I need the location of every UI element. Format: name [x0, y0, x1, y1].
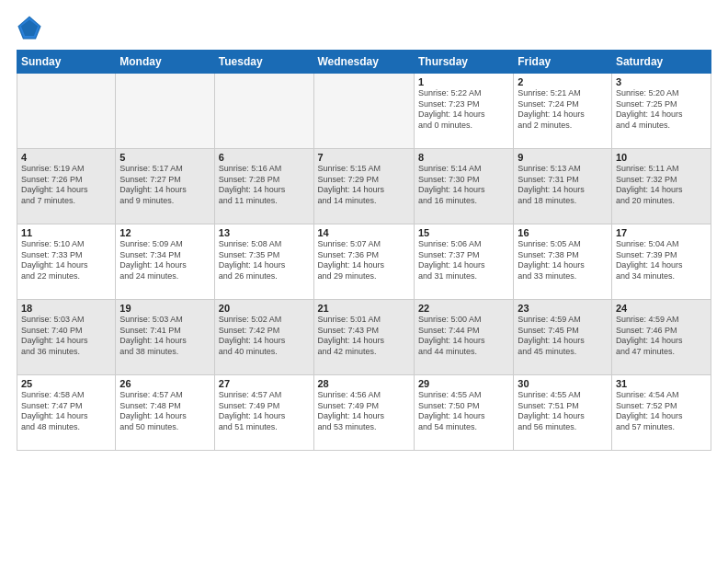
- calendar-day: 17Sunrise: 5:04 AM Sunset: 7:39 PM Dayli…: [611, 224, 711, 300]
- day-number: 20: [219, 303, 310, 314]
- calendar-week: 25Sunrise: 4:58 AM Sunset: 7:47 PM Dayli…: [17, 375, 711, 451]
- day-info: Sunrise: 5:03 AM Sunset: 7:40 PM Dayligh…: [21, 315, 111, 358]
- day-number: 15: [418, 227, 509, 238]
- day-number: 12: [119, 227, 210, 238]
- day-info: Sunrise: 5:14 AM Sunset: 7:30 PM Dayligh…: [418, 164, 509, 207]
- header-row: SundayMondayTuesdayWednesdayThursdayFrid…: [17, 51, 711, 74]
- calendar-day: [313, 74, 414, 149]
- calendar-day: 22Sunrise: 5:00 AM Sunset: 7:44 PM Dayli…: [414, 300, 513, 375]
- day-info: Sunrise: 5:21 AM Sunset: 7:24 PM Dayligh…: [518, 88, 608, 132]
- calendar-table: SundayMondayTuesdayWednesdayThursdayFrid…: [17, 50, 711, 451]
- calendar-day: 28Sunrise: 4:56 AM Sunset: 7:49 PM Dayli…: [313, 375, 414, 451]
- day-number: 22: [418, 303, 509, 314]
- day-number: 26: [119, 378, 210, 389]
- day-number: 2: [518, 76, 608, 87]
- calendar-day: 25Sunrise: 4:58 AM Sunset: 7:47 PM Dayli…: [17, 375, 116, 451]
- day-number: 29: [418, 378, 509, 389]
- header: [17, 15, 711, 40]
- calendar-day: 4Sunrise: 5:19 AM Sunset: 7:26 PM Daylig…: [17, 149, 116, 224]
- calendar-day: 23Sunrise: 4:59 AM Sunset: 7:45 PM Dayli…: [514, 300, 612, 375]
- day-number: 23: [518, 303, 608, 314]
- calendar-day: 14Sunrise: 5:07 AM Sunset: 7:36 PM Dayli…: [313, 224, 414, 300]
- calendar-day: 10Sunrise: 5:11 AM Sunset: 7:32 PM Dayli…: [611, 149, 711, 224]
- day-number: 13: [219, 227, 310, 238]
- logo: [17, 15, 46, 40]
- day-info: Sunrise: 4:59 AM Sunset: 7:45 PM Dayligh…: [518, 315, 608, 358]
- day-info: Sunrise: 5:03 AM Sunset: 7:41 PM Dayligh…: [119, 315, 210, 358]
- day-info: Sunrise: 5:01 AM Sunset: 7:43 PM Dayligh…: [318, 315, 410, 358]
- day-number: 28: [318, 378, 410, 389]
- day-info: Sunrise: 5:13 AM Sunset: 7:31 PM Dayligh…: [518, 164, 608, 207]
- day-number: 4: [21, 152, 111, 163]
- day-info: Sunrise: 5:07 AM Sunset: 7:36 PM Dayligh…: [318, 239, 410, 282]
- calendar-day: 29Sunrise: 4:55 AM Sunset: 7:50 PM Dayli…: [414, 375, 513, 451]
- calendar-day: 16Sunrise: 5:05 AM Sunset: 7:38 PM Dayli…: [514, 224, 612, 300]
- calendar-day: 5Sunrise: 5:17 AM Sunset: 7:27 PM Daylig…: [116, 149, 214, 224]
- day-info: Sunrise: 4:55 AM Sunset: 7:50 PM Dayligh…: [418, 390, 509, 433]
- day-number: 14: [318, 227, 410, 238]
- day-number: 6: [219, 152, 310, 163]
- header-day: Wednesday: [313, 51, 414, 74]
- calendar-day: [214, 74, 313, 149]
- calendar-day: 30Sunrise: 4:55 AM Sunset: 7:51 PM Dayli…: [514, 375, 612, 451]
- calendar-week: 18Sunrise: 5:03 AM Sunset: 7:40 PM Dayli…: [17, 300, 711, 375]
- day-number: 19: [119, 303, 210, 314]
- day-info: Sunrise: 5:06 AM Sunset: 7:37 PM Dayligh…: [418, 239, 509, 282]
- day-number: 10: [616, 152, 707, 163]
- day-info: Sunrise: 5:10 AM Sunset: 7:33 PM Dayligh…: [21, 239, 111, 282]
- calendar-day: 7Sunrise: 5:15 AM Sunset: 7:29 PM Daylig…: [313, 149, 414, 224]
- day-info: Sunrise: 5:05 AM Sunset: 7:38 PM Dayligh…: [518, 239, 608, 282]
- calendar-day: 26Sunrise: 4:57 AM Sunset: 7:48 PM Dayli…: [116, 375, 214, 451]
- day-info: Sunrise: 5:09 AM Sunset: 7:34 PM Dayligh…: [119, 239, 210, 282]
- day-info: Sunrise: 5:08 AM Sunset: 7:35 PM Dayligh…: [219, 239, 310, 282]
- day-number: 16: [518, 227, 608, 238]
- day-info: Sunrise: 4:54 AM Sunset: 7:52 PM Dayligh…: [616, 390, 707, 433]
- calendar-day: 21Sunrise: 5:01 AM Sunset: 7:43 PM Dayli…: [313, 300, 414, 375]
- day-info: Sunrise: 4:58 AM Sunset: 7:47 PM Dayligh…: [21, 390, 111, 433]
- page: SundayMondayTuesdayWednesdayThursdayFrid…: [0, 0, 728, 563]
- calendar-day: 18Sunrise: 5:03 AM Sunset: 7:40 PM Dayli…: [17, 300, 116, 375]
- day-number: 25: [21, 378, 111, 389]
- header-day: Saturday: [611, 51, 711, 74]
- calendar-day: 24Sunrise: 4:59 AM Sunset: 7:46 PM Dayli…: [611, 300, 711, 375]
- day-info: Sunrise: 5:17 AM Sunset: 7:27 PM Dayligh…: [119, 164, 210, 207]
- day-number: 7: [318, 152, 410, 163]
- header-day: Friday: [514, 51, 612, 74]
- header-day: Thursday: [414, 51, 513, 74]
- day-info: Sunrise: 4:57 AM Sunset: 7:49 PM Dayligh…: [219, 390, 310, 433]
- header-day: Monday: [116, 51, 214, 74]
- calendar-day: 19Sunrise: 5:03 AM Sunset: 7:41 PM Dayli…: [116, 300, 214, 375]
- calendar-day: [116, 74, 214, 149]
- header-day: Sunday: [17, 51, 116, 74]
- day-info: Sunrise: 5:00 AM Sunset: 7:44 PM Dayligh…: [418, 315, 509, 358]
- calendar-day: 8Sunrise: 5:14 AM Sunset: 7:30 PM Daylig…: [414, 149, 513, 224]
- day-info: Sunrise: 5:11 AM Sunset: 7:32 PM Dayligh…: [616, 164, 707, 207]
- logo-icon: [17, 15, 42, 40]
- calendar-day: 6Sunrise: 5:16 AM Sunset: 7:28 PM Daylig…: [214, 149, 313, 224]
- calendar-day: [17, 74, 116, 149]
- day-number: 17: [616, 227, 707, 238]
- day-info: Sunrise: 5:15 AM Sunset: 7:29 PM Dayligh…: [318, 164, 410, 207]
- calendar-week: 11Sunrise: 5:10 AM Sunset: 7:33 PM Dayli…: [17, 224, 711, 300]
- calendar-day: 12Sunrise: 5:09 AM Sunset: 7:34 PM Dayli…: [116, 224, 214, 300]
- calendar-day: 11Sunrise: 5:10 AM Sunset: 7:33 PM Dayli…: [17, 224, 116, 300]
- calendar-week: 4Sunrise: 5:19 AM Sunset: 7:26 PM Daylig…: [17, 149, 711, 224]
- calendar-week: 1Sunrise: 5:22 AM Sunset: 7:23 PM Daylig…: [17, 74, 711, 149]
- day-info: Sunrise: 4:56 AM Sunset: 7:49 PM Dayligh…: [318, 390, 410, 433]
- calendar-day: 3Sunrise: 5:20 AM Sunset: 7:25 PM Daylig…: [611, 74, 711, 149]
- day-number: 1: [418, 76, 509, 87]
- day-info: Sunrise: 4:55 AM Sunset: 7:51 PM Dayligh…: [518, 390, 608, 433]
- calendar-day: 31Sunrise: 4:54 AM Sunset: 7:52 PM Dayli…: [611, 375, 711, 451]
- day-info: Sunrise: 5:16 AM Sunset: 7:28 PM Dayligh…: [219, 164, 310, 207]
- calendar-day: 1Sunrise: 5:22 AM Sunset: 7:23 PM Daylig…: [414, 74, 513, 149]
- day-number: 31: [616, 378, 707, 389]
- day-number: 9: [518, 152, 608, 163]
- day-number: 27: [219, 378, 310, 389]
- day-number: 5: [119, 152, 210, 163]
- day-info: Sunrise: 5:22 AM Sunset: 7:23 PM Dayligh…: [418, 88, 509, 132]
- day-info: Sunrise: 5:20 AM Sunset: 7:25 PM Dayligh…: [616, 88, 707, 132]
- calendar-day: 2Sunrise: 5:21 AM Sunset: 7:24 PM Daylig…: [514, 74, 612, 149]
- calendar-day: 20Sunrise: 5:02 AM Sunset: 7:42 PM Dayli…: [214, 300, 313, 375]
- calendar-header: SundayMondayTuesdayWednesdayThursdayFrid…: [17, 51, 711, 74]
- calendar-day: 13Sunrise: 5:08 AM Sunset: 7:35 PM Dayli…: [214, 224, 313, 300]
